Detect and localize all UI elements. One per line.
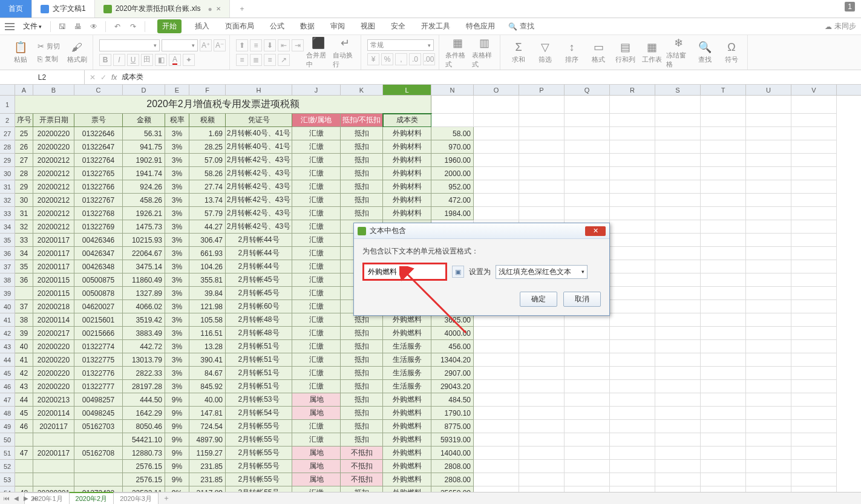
cell[interactable] — [565, 380, 610, 393]
cell[interactable] — [701, 287, 746, 300]
table-cell[interactable]: 汇缴 — [292, 287, 341, 300]
cell[interactable] — [565, 367, 610, 380]
table-cell[interactable]: 9% — [165, 447, 189, 460]
cell[interactable] — [701, 247, 746, 260]
table-cell[interactable]: 20200212 — [33, 220, 74, 234]
align-right-button[interactable]: ≡ — [264, 54, 276, 66]
table-cell[interactable]: 3% — [165, 154, 189, 167]
copy-button[interactable]: ⎘复制 — [35, 53, 62, 65]
font-family-select[interactable]: ▾ — [99, 39, 160, 51]
table-cell[interactable]: 54421.10 — [123, 433, 165, 447]
cell[interactable] — [655, 300, 701, 313]
table-cell[interactable]: 05162703 — [74, 420, 123, 433]
table-cell[interactable]: 外购燃料 — [383, 433, 431, 447]
table-cell[interactable]: 20200217 — [33, 327, 74, 340]
row-header[interactable]: 51 — [0, 447, 15, 460]
table-cell[interactable]: 汇缴 — [292, 127, 341, 140]
cell[interactable] — [610, 287, 655, 300]
cell[interactable] — [474, 433, 519, 447]
select-all-corner[interactable] — [0, 85, 15, 95]
table-cell[interactable]: 外购材料 — [383, 180, 431, 194]
table-cell[interactable]: 27 — [15, 154, 33, 167]
table-cell[interactable]: 231.85 — [189, 460, 226, 473]
table-cell[interactable]: 46 — [15, 420, 33, 433]
sync-status[interactable]: ☁未同步 — [825, 21, 856, 31]
formula-input[interactable]: 成本类 — [122, 72, 143, 82]
table-cell[interactable] — [74, 460, 123, 473]
table-cell[interactable]: 抵扣 — [341, 180, 383, 194]
table-cell[interactable]: 01322775 — [74, 353, 123, 367]
cell[interactable] — [474, 367, 519, 380]
print-icon[interactable]: 🖶 — [71, 20, 85, 33]
table-cell[interactable]: 39 — [15, 327, 33, 340]
cell[interactable] — [565, 180, 610, 194]
format-button[interactable]: ▭格式 — [586, 38, 611, 67]
table-cell[interactable]: 外购材料 — [383, 207, 431, 220]
table-cell[interactable]: 00215601 — [74, 313, 123, 327]
table-cell[interactable]: 1.69 — [189, 127, 226, 140]
table-cell[interactable]: 13013.79 — [123, 353, 165, 367]
cell[interactable] — [610, 380, 655, 393]
cell[interactable] — [746, 367, 791, 380]
cell[interactable] — [474, 460, 519, 473]
row-header[interactable]: 36 — [0, 247, 15, 260]
table-cell[interactable]: 952.00 — [431, 180, 474, 194]
font-size-select[interactable]: ▾ — [162, 39, 198, 51]
table-cell[interactable]: 35 — [15, 260, 33, 273]
table-cell[interactable]: 00498245 — [74, 407, 123, 420]
cell[interactable] — [565, 447, 610, 460]
cell[interactable] — [655, 287, 701, 300]
table-cell[interactable]: 20200115 — [33, 273, 74, 287]
cell[interactable] — [519, 167, 565, 180]
cell[interactable] — [610, 407, 655, 420]
tab-review[interactable]: 审阅 — [328, 19, 347, 33]
table-header[interactable]: 凭证号 — [226, 114, 292, 127]
table-cell[interactable]: 2月转帐54号 — [226, 407, 292, 420]
table-cell[interactable]: 3883.49 — [123, 327, 165, 340]
table-cell[interactable]: 41 — [15, 353, 33, 367]
table-cell[interactable]: 外购材料 — [383, 194, 431, 207]
dialog-text-input[interactable] — [362, 263, 447, 281]
cell[interactable] — [746, 167, 791, 180]
table-cell[interactable]: 生活服务 — [383, 340, 431, 353]
cell[interactable] — [610, 234, 655, 247]
cell[interactable] — [701, 473, 746, 486]
table-cell[interactable]: 抵扣 — [341, 327, 383, 340]
table-cell[interactable]: 3% — [165, 194, 189, 207]
table-cell[interactable]: 845.92 — [189, 380, 226, 393]
table-cell[interactable]: 1926.21 — [123, 207, 165, 220]
cell[interactable] — [701, 393, 746, 407]
cell[interactable] — [565, 140, 610, 154]
table-cell[interactable]: 汇缴 — [292, 433, 341, 447]
row-header[interactable]: 34 — [0, 220, 15, 234]
table-cell[interactable]: 13.74 — [189, 194, 226, 207]
cell[interactable] — [474, 420, 519, 433]
currency-button[interactable]: ¥ — [367, 53, 379, 65]
cell[interactable] — [655, 433, 701, 447]
table-cell[interactable]: 3475.14 — [123, 260, 165, 273]
table-cell[interactable]: 汇缴 — [292, 300, 341, 313]
table-cell[interactable]: 2907.00 — [431, 367, 474, 380]
table-cell[interactable]: 抵扣 — [341, 167, 383, 180]
table-cell[interactable]: 00498257 — [74, 393, 123, 407]
cell[interactable] — [791, 313, 837, 327]
cell[interactable] — [746, 220, 791, 234]
tab-start[interactable]: 开始 — [157, 19, 182, 33]
table-cell[interactable]: 汇缴 — [292, 194, 341, 207]
dialog-format-select[interactable]: 浅红填充色深红色文本▾ — [496, 265, 588, 279]
cell[interactable] — [565, 473, 610, 486]
row-header[interactable]: 44 — [0, 353, 15, 367]
col-header-N[interactable]: N — [431, 85, 474, 95]
cell[interactable] — [655, 447, 701, 460]
merge-button[interactable]: ⬛合并居中 — [306, 38, 330, 67]
cell[interactable] — [565, 420, 610, 433]
cell[interactable] — [565, 407, 610, 420]
table-cell[interactable]: 2月转帐42号、43号 — [226, 220, 292, 234]
row-header[interactable]: 45 — [0, 367, 15, 380]
row-header[interactable]: 30 — [0, 167, 15, 180]
table-cell[interactable]: 2000.00 — [431, 167, 474, 180]
table-cell[interactable]: 3% — [165, 287, 189, 300]
cell[interactable] — [746, 327, 791, 340]
cell[interactable] — [791, 273, 837, 287]
cell[interactable] — [746, 154, 791, 167]
